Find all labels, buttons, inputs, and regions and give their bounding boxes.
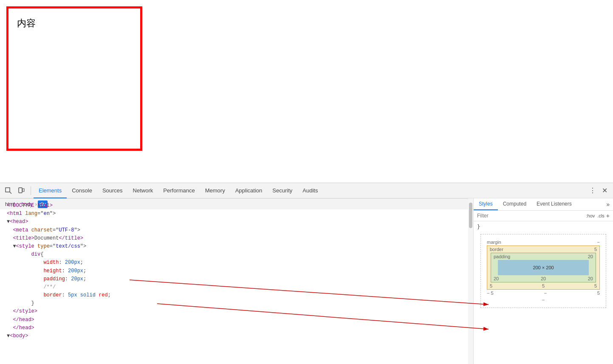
- margin-right: 5: [597, 291, 600, 296]
- html-line: ▼<body>: [0, 332, 468, 340]
- html-line: padding: 20px;: [0, 275, 468, 283]
- demo-box: 内容: [6, 6, 142, 151]
- html-line: height: 200px;: [0, 267, 468, 275]
- html-line: }: [0, 299, 468, 308]
- close-devtools-button[interactable]: ✕: [599, 185, 610, 197]
- devtools-toolbar: Elements Console Sources Network Perform…: [0, 183, 613, 198]
- margin-left: − 5: [487, 291, 494, 296]
- device-icon: [18, 187, 25, 194]
- border-value-top: 5: [594, 247, 597, 252]
- tab-styles[interactable]: Styles: [474, 198, 498, 210]
- styles-content[interactable]: } margin − border: [474, 221, 613, 364]
- html-line: <html lang="en">: [0, 210, 468, 218]
- tab-memory[interactable]: Memory: [200, 183, 230, 198]
- devtools-content: <!DOCTYPE html> <html lang="en"> ▼<head>…: [0, 198, 613, 364]
- border-right: 5: [594, 283, 597, 288]
- margin-dash-bottom: −: [542, 297, 545, 302]
- border-left: 5: [490, 283, 492, 288]
- filter-add[interactable]: +: [606, 212, 610, 219]
- border-label: border: [490, 247, 503, 252]
- toolbar-separator: [31, 186, 31, 195]
- tab-application[interactable]: Application: [230, 183, 268, 198]
- html-panel: <!DOCTYPE html> <html lang="en"> ▼<head>…: [0, 198, 474, 364]
- filter-input[interactable]: [477, 213, 586, 219]
- svg-rect-0: [6, 188, 10, 192]
- svg-rect-3: [23, 189, 24, 192]
- tab-console[interactable]: Console: [67, 183, 97, 198]
- html-line: </head>: [0, 324, 468, 332]
- padding-left: 20: [494, 276, 499, 281]
- tab-audits[interactable]: Audits: [297, 183, 323, 198]
- border-bottom: 5: [542, 283, 545, 288]
- styles-tab-more[interactable]: »: [603, 198, 613, 210]
- padding-right: 20: [588, 276, 593, 281]
- html-line: <meta charset="UTF-8">: [0, 226, 468, 234]
- box-diagram: margin − border 5: [483, 236, 604, 306]
- html-scrollbar[interactable]: [468, 198, 473, 364]
- filter-cls[interactable]: .cls: [597, 213, 605, 218]
- html-line: ▼<style type="text/css">: [0, 243, 468, 251]
- svg-line-1: [10, 192, 11, 194]
- html-line: border: 5px solid red;: [0, 291, 468, 299]
- tab-performance[interactable]: Performance: [158, 183, 200, 198]
- devtools-tabs: Elements Console Sources Network Perform…: [34, 183, 587, 198]
- styles-tabs: Styles Computed Event Listeners »: [474, 198, 613, 211]
- styles-filter: :hov .cls +: [474, 211, 613, 221]
- tab-sources[interactable]: Sources: [97, 183, 128, 198]
- inspect-button[interactable]: [3, 185, 14, 197]
- box-model-diagram: margin − border 5: [480, 234, 606, 308]
- padding-value-top: 20: [588, 254, 593, 259]
- styles-panel: Styles Computed Event Listeners » :hov .…: [474, 198, 613, 364]
- html-line: /**/: [0, 283, 468, 291]
- tab-network[interactable]: Network: [128, 183, 158, 198]
- more-options-button[interactable]: ⋮: [587, 185, 599, 197]
- styles-closing-brace: }: [477, 223, 610, 231]
- html-line: </style>: [0, 308, 468, 316]
- margin-label: margin: [487, 240, 501, 245]
- html-source[interactable]: <!DOCTYPE html> <html lang="en"> ▼<head>…: [0, 198, 468, 364]
- padding-bottom: 20: [541, 276, 546, 281]
- margin-dash-top: −: [597, 240, 600, 245]
- devtools-panel: Elements Console Sources Network Perform…: [0, 183, 613, 364]
- html-line: <!DOCTYPE html>: [0, 202, 468, 210]
- padding-label: padding: [494, 254, 510, 259]
- page-area: 内容: [0, 0, 613, 183]
- svg-rect-2: [19, 188, 22, 193]
- filter-hov[interactable]: :hov: [586, 213, 595, 218]
- device-toggle-button[interactable]: [15, 185, 27, 197]
- html-line: width: 200px;: [0, 259, 468, 267]
- inspect-icon: [5, 187, 12, 194]
- html-line: ▼<head>: [0, 218, 468, 226]
- html-line: </head>: [0, 316, 468, 324]
- margin-bottom: −: [544, 291, 547, 296]
- html-line: div{: [0, 251, 468, 259]
- html-line: <title>Document</title>: [0, 234, 468, 243]
- content-size: 200 × 200: [533, 265, 554, 270]
- tab-security[interactable]: Security: [267, 183, 297, 198]
- demo-content: 内容: [17, 18, 36, 28]
- scrollbar-thumb[interactable]: [469, 203, 472, 228]
- tab-elements[interactable]: Elements: [34, 183, 67, 198]
- tab-computed[interactable]: Computed: [498, 198, 531, 210]
- tab-event-listeners[interactable]: Event Listeners: [531, 198, 577, 210]
